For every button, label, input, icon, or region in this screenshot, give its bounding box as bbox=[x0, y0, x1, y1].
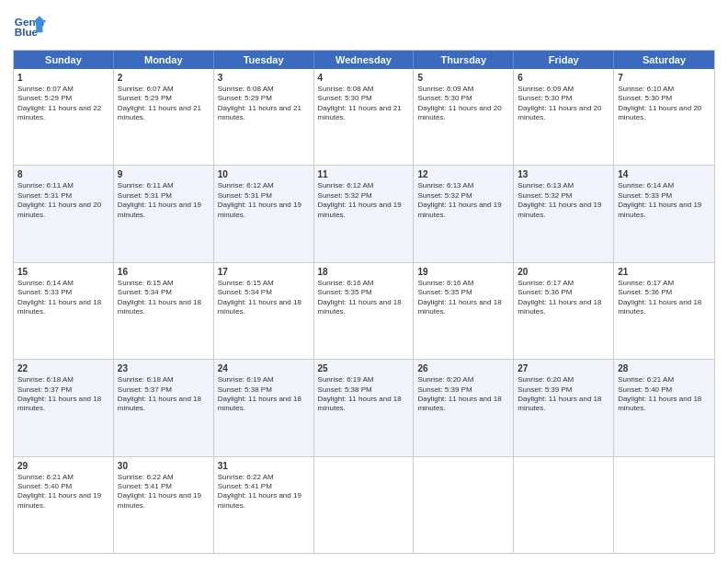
cell-sunset: Sunset: 5:35 PM bbox=[318, 288, 410, 297]
calendar-cell: 30 Sunrise: 6:22 AM Sunset: 5:41 PM Dayl… bbox=[114, 457, 214, 553]
cell-daylight: Daylight: 11 hours and 18 minutes. bbox=[118, 298, 210, 317]
calendar-week-row: 1 Sunrise: 6:07 AM Sunset: 5:29 PM Dayli… bbox=[14, 69, 714, 165]
calendar-cell: 13 Sunrise: 6:13 AM Sunset: 5:32 PM Dayl… bbox=[514, 166, 614, 261]
calendar-cell bbox=[614, 457, 714, 553]
cell-daylight: Daylight: 11 hours and 18 minutes. bbox=[318, 298, 410, 317]
calendar-week-row: 8 Sunrise: 6:11 AM Sunset: 5:31 PM Dayli… bbox=[14, 165, 714, 261]
cell-sunrise: Sunrise: 6:07 AM bbox=[17, 85, 109, 94]
cell-sunrise: Sunrise: 6:16 AM bbox=[318, 279, 410, 288]
calendar-cell: 3 Sunrise: 6:08 AM Sunset: 5:29 PM Dayli… bbox=[214, 69, 314, 165]
cell-daylight: Daylight: 11 hours and 20 minutes. bbox=[417, 104, 509, 123]
cell-sunset: Sunset: 5:31 PM bbox=[17, 191, 109, 201]
cell-sunrise: Sunrise: 6:15 AM bbox=[118, 279, 210, 288]
svg-text:Blue: Blue bbox=[15, 26, 39, 38]
cell-daylight: Daylight: 11 hours and 19 minutes. bbox=[518, 201, 609, 220]
day-number: 31 bbox=[218, 460, 310, 472]
day-number: 2 bbox=[118, 72, 210, 84]
cell-sunrise: Sunrise: 6:22 AM bbox=[118, 473, 210, 482]
calendar-cell: 9 Sunrise: 6:11 AM Sunset: 5:31 PM Dayli… bbox=[114, 166, 214, 261]
cell-sunrise: Sunrise: 6:22 AM bbox=[218, 473, 310, 482]
cell-daylight: Daylight: 11 hours and 18 minutes. bbox=[618, 298, 711, 317]
cell-daylight: Daylight: 11 hours and 18 minutes. bbox=[17, 298, 109, 317]
cell-sunset: Sunset: 5:32 PM bbox=[518, 191, 609, 201]
day-number: 27 bbox=[518, 362, 609, 374]
cell-sunrise: Sunrise: 6:21 AM bbox=[618, 375, 711, 385]
cell-sunrise: Sunrise: 6:17 AM bbox=[618, 279, 711, 288]
calendar-cell: 25 Sunrise: 6:19 AM Sunset: 5:38 PM Dayl… bbox=[314, 360, 415, 455]
cell-daylight: Daylight: 11 hours and 18 minutes. bbox=[17, 395, 109, 414]
cell-sunset: Sunset: 5:41 PM bbox=[118, 482, 210, 491]
calendar-cell bbox=[414, 457, 514, 553]
cell-sunset: Sunset: 5:32 PM bbox=[318, 191, 410, 201]
cell-sunrise: Sunrise: 6:09 AM bbox=[518, 85, 609, 94]
calendar-cell: 28 Sunrise: 6:21 AM Sunset: 5:40 PM Dayl… bbox=[614, 360, 714, 455]
calendar-cell: 22 Sunrise: 6:18 AM Sunset: 5:37 PM Dayl… bbox=[14, 360, 114, 455]
cell-sunrise: Sunrise: 6:19 AM bbox=[218, 375, 310, 385]
cell-sunset: Sunset: 5:33 PM bbox=[618, 191, 711, 201]
cell-sunset: Sunset: 5:34 PM bbox=[218, 288, 310, 297]
cell-sunrise: Sunrise: 6:14 AM bbox=[618, 181, 711, 190]
cell-daylight: Daylight: 11 hours and 19 minutes. bbox=[17, 491, 109, 511]
header: General Blue bbox=[13, 9, 715, 42]
cell-sunrise: Sunrise: 6:08 AM bbox=[318, 85, 410, 94]
cell-sunrise: Sunrise: 6:18 AM bbox=[118, 375, 210, 385]
cell-sunrise: Sunrise: 6:19 AM bbox=[318, 375, 410, 385]
calendar-cell bbox=[514, 457, 614, 553]
calendar-day-header: Saturday bbox=[614, 51, 714, 69]
calendar-cell: 10 Sunrise: 6:12 AM Sunset: 5:31 PM Dayl… bbox=[214, 166, 314, 261]
cell-daylight: Daylight: 11 hours and 19 minutes. bbox=[118, 491, 210, 511]
cell-sunset: Sunset: 5:29 PM bbox=[218, 94, 310, 103]
cell-daylight: Daylight: 11 hours and 18 minutes. bbox=[218, 395, 310, 414]
cell-daylight: Daylight: 11 hours and 20 minutes. bbox=[618, 104, 711, 123]
calendar-cell: 15 Sunrise: 6:14 AM Sunset: 5:33 PM Dayl… bbox=[14, 263, 114, 359]
day-number: 20 bbox=[518, 266, 609, 278]
day-number: 15 bbox=[17, 266, 109, 278]
cell-sunrise: Sunrise: 6:13 AM bbox=[518, 181, 609, 190]
cell-daylight: Daylight: 11 hours and 19 minutes. bbox=[118, 201, 210, 220]
day-number: 13 bbox=[518, 168, 609, 180]
cell-sunrise: Sunrise: 6:21 AM bbox=[17, 473, 109, 482]
calendar-cell: 1 Sunrise: 6:07 AM Sunset: 5:29 PM Dayli… bbox=[14, 69, 114, 165]
cell-sunset: Sunset: 5:38 PM bbox=[318, 385, 410, 395]
calendar-cell: 31 Sunrise: 6:22 AM Sunset: 5:41 PM Dayl… bbox=[214, 457, 314, 553]
calendar-day-header: Sunday bbox=[14, 51, 114, 69]
cell-sunrise: Sunrise: 6:12 AM bbox=[218, 181, 310, 190]
day-number: 17 bbox=[218, 266, 310, 278]
day-number: 12 bbox=[417, 168, 509, 180]
page: General Blue SundayMondayTuesdayWednesda… bbox=[0, 0, 728, 563]
day-number: 23 bbox=[118, 362, 210, 374]
cell-daylight: Daylight: 11 hours and 20 minutes. bbox=[518, 104, 609, 123]
cell-sunset: Sunset: 5:31 PM bbox=[118, 191, 210, 201]
day-number: 18 bbox=[318, 266, 410, 278]
cell-daylight: Daylight: 11 hours and 18 minutes. bbox=[417, 298, 509, 317]
cell-sunrise: Sunrise: 6:18 AM bbox=[17, 375, 109, 385]
day-number: 19 bbox=[417, 266, 509, 278]
day-number: 28 bbox=[618, 362, 711, 374]
calendar-cell: 4 Sunrise: 6:08 AM Sunset: 5:30 PM Dayli… bbox=[314, 69, 415, 165]
cell-daylight: Daylight: 11 hours and 18 minutes. bbox=[618, 395, 711, 414]
cell-sunset: Sunset: 5:39 PM bbox=[417, 385, 509, 395]
cell-sunrise: Sunrise: 6:09 AM bbox=[417, 85, 509, 94]
calendar-cell: 7 Sunrise: 6:10 AM Sunset: 5:30 PM Dayli… bbox=[614, 69, 714, 165]
cell-sunrise: Sunrise: 6:10 AM bbox=[618, 85, 711, 94]
cell-sunset: Sunset: 5:30 PM bbox=[318, 94, 410, 103]
calendar-cell: 14 Sunrise: 6:14 AM Sunset: 5:33 PM Dayl… bbox=[614, 166, 714, 261]
cell-sunset: Sunset: 5:30 PM bbox=[618, 94, 711, 103]
cell-sunrise: Sunrise: 6:11 AM bbox=[17, 181, 109, 190]
calendar-cell: 29 Sunrise: 6:21 AM Sunset: 5:40 PM Dayl… bbox=[14, 457, 114, 553]
calendar-week-row: 15 Sunrise: 6:14 AM Sunset: 5:33 PM Dayl… bbox=[14, 262, 714, 359]
cell-sunrise: Sunrise: 6:13 AM bbox=[417, 181, 509, 190]
cell-sunrise: Sunrise: 6:08 AM bbox=[218, 85, 310, 94]
calendar-cell: 16 Sunrise: 6:15 AM Sunset: 5:34 PM Dayl… bbox=[114, 263, 214, 359]
calendar-cell: 11 Sunrise: 6:12 AM Sunset: 5:32 PM Dayl… bbox=[314, 166, 415, 261]
cell-sunset: Sunset: 5:36 PM bbox=[618, 288, 711, 297]
calendar-cell: 2 Sunrise: 6:07 AM Sunset: 5:29 PM Dayli… bbox=[114, 69, 214, 165]
cell-sunset: Sunset: 5:29 PM bbox=[17, 94, 109, 103]
cell-daylight: Daylight: 11 hours and 21 minutes. bbox=[218, 104, 310, 123]
calendar-cell: 6 Sunrise: 6:09 AM Sunset: 5:30 PM Dayli… bbox=[514, 69, 614, 165]
calendar-week-row: 29 Sunrise: 6:21 AM Sunset: 5:40 PM Dayl… bbox=[14, 456, 714, 553]
day-number: 14 bbox=[618, 168, 711, 180]
cell-sunrise: Sunrise: 6:11 AM bbox=[118, 181, 210, 190]
calendar-cell: 8 Sunrise: 6:11 AM Sunset: 5:31 PM Dayli… bbox=[14, 166, 114, 261]
logo: General Blue bbox=[13, 9, 46, 42]
